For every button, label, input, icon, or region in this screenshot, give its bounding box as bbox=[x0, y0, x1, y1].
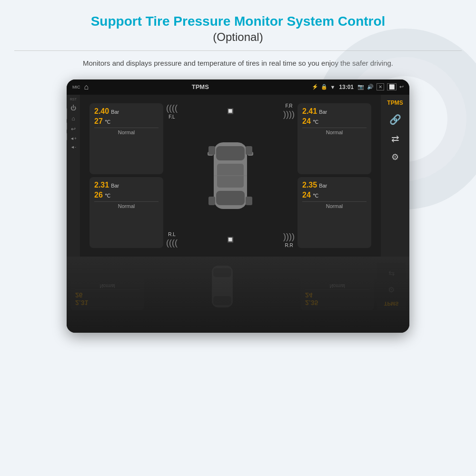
page-subtitle: (Optional) bbox=[213, 30, 263, 44]
window-icon[interactable]: ⬜ bbox=[387, 83, 397, 90]
tpms-main-content: 2.40 Bar 27 ℃ Normal 2.41 Bar bbox=[80, 95, 381, 257]
rr-pressure: 2.35 bbox=[302, 181, 317, 189]
fl-temperature: 27 bbox=[94, 117, 103, 126]
right-panel-title: TPMS bbox=[387, 99, 403, 106]
rr-status: Normal bbox=[302, 201, 367, 209]
car-illustration: )))) F.L 🔲 F.R )))) bbox=[166, 103, 295, 248]
lock-icon: 🔒 bbox=[321, 84, 327, 90]
svg-rect-2 bbox=[216, 191, 245, 205]
fl-label: F.L bbox=[169, 114, 175, 119]
usb-icon: ⚡ bbox=[312, 84, 318, 90]
rl-label: R.L bbox=[168, 232, 176, 237]
rl-temp-unit: ℃ bbox=[105, 193, 110, 199]
rl-pressure: 2.31 bbox=[94, 181, 109, 189]
app-title-bar: TPMS bbox=[92, 83, 308, 90]
svg-rect-9 bbox=[208, 197, 215, 205]
mic-label: MIC bbox=[72, 85, 80, 89]
tire-box-fr: 2.41 Bar 24 ℃ Normal bbox=[298, 103, 371, 174]
svg-rect-10 bbox=[246, 197, 252, 205]
rr-temp-unit: ℃ bbox=[313, 193, 318, 199]
tpms-grid: 2.40 Bar 27 ℃ Normal 2.41 Bar bbox=[86, 99, 375, 252]
fr-temp-unit: ℃ bbox=[313, 119, 318, 125]
device-frame: MIC ⌂ TPMS ⚡ 🔒 ▼ 13:01 📷 🔊 ✕ ⬜ ↩ RST bbox=[67, 79, 409, 333]
svg-rect-7 bbox=[208, 146, 215, 155]
transfer-icon[interactable]: ⇄ bbox=[391, 133, 399, 144]
status-bar: MIC ⌂ TPMS ⚡ 🔒 ▼ 13:01 📷 🔊 ✕ ⬜ ↩ bbox=[67, 79, 409, 95]
status-icons: ⚡ 🔒 ▼ bbox=[312, 84, 335, 90]
svg-rect-12 bbox=[213, 296, 231, 305]
svg-rect-13 bbox=[213, 268, 231, 277]
status-right-icons: 📷 🔊 ✕ ⬜ ↩ bbox=[357, 83, 404, 90]
rst-label: RST bbox=[70, 98, 77, 101]
reflection-content: 2.31 26 Normal 2.35 24 No bbox=[67, 259, 409, 314]
vol-dn-icon[interactable]: ◄- bbox=[70, 145, 76, 149]
home-button[interactable]: ⌂ bbox=[84, 83, 89, 91]
house-icon[interactable]: ⌂ bbox=[71, 115, 75, 122]
rr-temperature: 24 bbox=[302, 191, 311, 199]
reflection-area: 2.31 26 Normal 2.35 24 No bbox=[67, 257, 409, 333]
settings-icon[interactable]: ⚙ bbox=[391, 152, 399, 162]
rr-pressure-unit: Bar bbox=[319, 183, 327, 188]
fr-pressure-unit: Bar bbox=[319, 109, 327, 115]
svg-rect-8 bbox=[246, 146, 252, 155]
tire-box-fl: 2.40 Bar 27 ℃ Normal bbox=[89, 103, 163, 174]
device-side-buttons bbox=[67, 108, 67, 140]
vol-up-icon[interactable]: ◄+ bbox=[70, 136, 77, 141]
close-icon[interactable]: ✕ bbox=[377, 83, 384, 90]
status-time: 13:01 bbox=[339, 84, 354, 90]
fr-temperature: 24 bbox=[302, 117, 311, 126]
fr-status: Normal bbox=[302, 128, 367, 135]
fl-pressure-unit: Bar bbox=[111, 109, 119, 115]
wifi-icon: ▼ bbox=[330, 84, 335, 90]
undo-icon[interactable]: ↩ bbox=[71, 126, 76, 132]
svg-rect-1 bbox=[216, 146, 245, 160]
screen-body: RST ⏻ ⌂ ↩ ◄+ ◄- 2.40 Bar bbox=[67, 95, 409, 257]
car-svg bbox=[202, 138, 259, 214]
rr-label: R.R bbox=[285, 243, 293, 248]
volume-icon[interactable]: 🔊 bbox=[367, 84, 374, 90]
fr-pressure: 2.41 bbox=[302, 107, 317, 116]
back-icon[interactable]: ↩ bbox=[399, 84, 404, 90]
camera-icon[interactable]: 📷 bbox=[357, 84, 364, 90]
left-sidebar: RST ⏻ ⌂ ↩ ◄+ ◄- bbox=[67, 95, 80, 257]
fl-status: Normal bbox=[94, 128, 159, 135]
tire-box-rl: 2.31 Bar 26 ℃ Normal bbox=[89, 177, 163, 248]
fl-temp-unit: ℃ bbox=[105, 119, 110, 125]
power-icon[interactable]: ⏻ bbox=[70, 105, 76, 111]
right-panel: TPMS 🔗 ⇄ ⚙ bbox=[381, 95, 409, 257]
rl-status: Normal bbox=[94, 201, 159, 209]
tire-box-rr: 2.35 Bar 24 ℃ Normal bbox=[298, 177, 371, 248]
link-icon[interactable]: 🔗 bbox=[389, 114, 401, 125]
rl-temperature: 26 bbox=[94, 191, 103, 199]
fl-pressure: 2.40 bbox=[94, 107, 109, 116]
fr-label: F.R bbox=[286, 103, 293, 109]
rl-pressure-unit: Bar bbox=[111, 183, 119, 188]
page-title: Support Tire Pressure Monitor System Con… bbox=[91, 13, 386, 30]
status-left: MIC bbox=[72, 85, 80, 89]
